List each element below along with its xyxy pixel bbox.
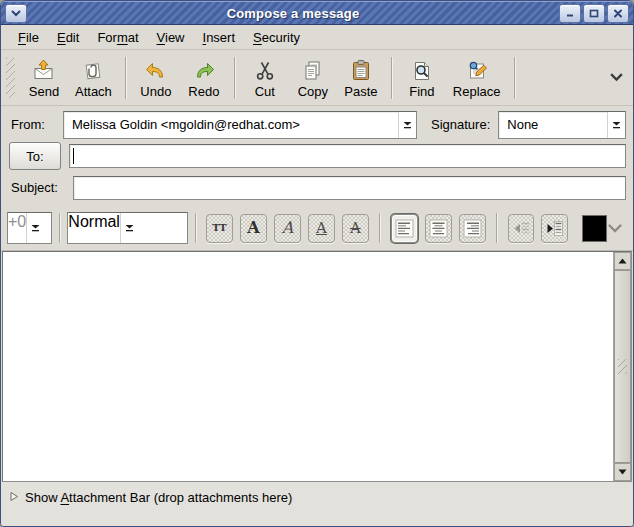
dropdown-arrow-icon[interactable] xyxy=(120,213,138,243)
font-size-value: +0 xyxy=(8,213,26,243)
cut-button[interactable]: Cut xyxy=(241,56,289,100)
replace-icon xyxy=(465,59,489,83)
from-value: Melissa Goldin <mgoldin@redhat.com> xyxy=(64,112,398,138)
message-body-input[interactable] xyxy=(3,252,613,481)
toolbar-separator xyxy=(234,57,235,99)
send-icon xyxy=(32,59,56,83)
attachment-bar-label: Show Attachment Bar (drop attachments he… xyxy=(25,490,292,505)
italic-toggle-button[interactable]: A xyxy=(274,214,301,243)
close-icon xyxy=(613,9,623,18)
indent-icon xyxy=(545,219,564,238)
paragraph-style-dropdown[interactable]: Normal xyxy=(67,212,187,244)
subject-input[interactable] xyxy=(73,176,626,200)
dropdown-arrow-icon[interactable] xyxy=(607,112,625,138)
chevron-down-icon xyxy=(11,10,21,17)
unindent-button xyxy=(508,214,535,243)
bold-toggle-button[interactable]: A xyxy=(240,214,267,243)
format-separator xyxy=(379,213,380,243)
to-field-wrap xyxy=(69,144,626,168)
subject-field-wrap xyxy=(73,176,626,200)
align-left-icon xyxy=(395,219,414,238)
menu-security[interactable]: Security xyxy=(244,28,309,47)
align-center-button[interactable] xyxy=(425,214,452,243)
subject-row: Subject: xyxy=(1,173,633,203)
main-toolbar: Send Attach Undo xyxy=(1,50,633,106)
toolbar-overflow-button[interactable] xyxy=(610,73,623,82)
attach-button[interactable]: Attach xyxy=(68,56,119,100)
copy-icon xyxy=(301,59,325,83)
menu-insert[interactable]: Insert xyxy=(194,28,245,47)
dropdown-arrow-icon[interactable] xyxy=(26,213,44,243)
typewriter-icon: TT xyxy=(212,223,227,233)
signature-dropdown[interactable]: None xyxy=(498,111,626,139)
undo-icon xyxy=(144,59,168,83)
underline-toggle-button[interactable]: A xyxy=(308,214,335,243)
align-right-icon xyxy=(463,219,482,238)
find-button[interactable]: Find xyxy=(398,56,446,100)
scroll-down-button[interactable] xyxy=(614,463,631,481)
menu-edit[interactable]: Edit xyxy=(48,28,88,47)
close-button[interactable] xyxy=(607,4,629,23)
menu-file[interactable]: File xyxy=(9,28,48,47)
from-row: From: Melissa Goldin <mgoldin@redhat.com… xyxy=(1,110,633,140)
to-button[interactable]: To: xyxy=(9,142,61,170)
titlebar[interactable]: Compose a message xyxy=(1,1,633,25)
strikethrough-toggle-button[interactable]: A xyxy=(342,214,369,243)
menu-view[interactable]: View xyxy=(148,28,194,47)
arrow-up-icon xyxy=(618,258,627,265)
send-button[interactable]: Send xyxy=(20,56,68,100)
arrow-down-icon xyxy=(618,469,627,476)
undo-button[interactable]: Undo xyxy=(132,56,180,100)
scrollbar-thumb[interactable] xyxy=(614,270,631,463)
copy-button[interactable]: Copy xyxy=(289,56,337,100)
align-right-button[interactable] xyxy=(459,214,486,243)
dropdown-arrow-icon[interactable] xyxy=(398,112,416,138)
menubar: File Edit Format View Insert Security xyxy=(1,25,633,50)
attachment-bar-expander[interactable]: Show Attachment Bar (drop attachments he… xyxy=(1,482,633,526)
find-icon xyxy=(410,59,434,83)
minimize-icon xyxy=(565,9,575,18)
scroll-up-button[interactable] xyxy=(614,252,631,270)
toolbar-separator xyxy=(514,57,515,99)
indent-button[interactable] xyxy=(541,214,568,243)
toolbar-separator xyxy=(391,57,392,99)
scrollbar-grip xyxy=(618,359,627,374)
signature-label: Signature: xyxy=(431,117,490,132)
window-menu-button[interactable] xyxy=(5,4,27,23)
redo-icon xyxy=(192,59,216,83)
replace-button[interactable]: Replace xyxy=(446,56,508,100)
to-input[interactable] xyxy=(69,144,626,168)
minimize-button[interactable] xyxy=(559,4,581,23)
toolbar-drag-handle[interactable] xyxy=(6,58,15,98)
vertical-scrollbar[interactable] xyxy=(613,252,631,481)
to-button-label: To: xyxy=(26,149,43,164)
chevron-down-icon xyxy=(610,73,623,82)
attach-icon xyxy=(81,59,105,83)
font-size-dropdown[interactable]: +0 xyxy=(7,212,52,244)
format-separator xyxy=(195,213,196,243)
format-toolbar: +0 Normal TT A A A A xyxy=(1,206,633,251)
align-center-icon xyxy=(429,219,448,238)
paste-button[interactable]: Paste xyxy=(337,56,385,100)
strikethrough-icon: A xyxy=(350,221,361,236)
window-title: Compose a message xyxy=(28,6,558,21)
from-dropdown[interactable]: Melissa Goldin <mgoldin@redhat.com> xyxy=(63,111,417,139)
subject-label: Subject: xyxy=(11,180,65,195)
underline-icon: A xyxy=(316,221,327,236)
font-color-swatch[interactable] xyxy=(582,215,607,242)
redo-button[interactable]: Redo xyxy=(180,56,228,100)
unindent-icon xyxy=(512,219,531,238)
menu-format[interactable]: Format xyxy=(88,28,147,47)
typewriter-toggle-button[interactable]: TT xyxy=(206,214,233,243)
paste-icon xyxy=(349,59,373,83)
from-label: From: xyxy=(11,117,53,132)
align-left-button[interactable] xyxy=(391,214,418,243)
cut-icon xyxy=(253,59,277,83)
to-row: To: xyxy=(1,141,633,171)
format-overflow-button[interactable] xyxy=(607,223,623,234)
bold-icon: A xyxy=(247,220,259,236)
maximize-button[interactable] xyxy=(583,4,605,23)
paragraph-style-value: Normal xyxy=(68,213,120,243)
expander-triangle-icon xyxy=(9,490,19,502)
text-caret xyxy=(73,148,74,164)
